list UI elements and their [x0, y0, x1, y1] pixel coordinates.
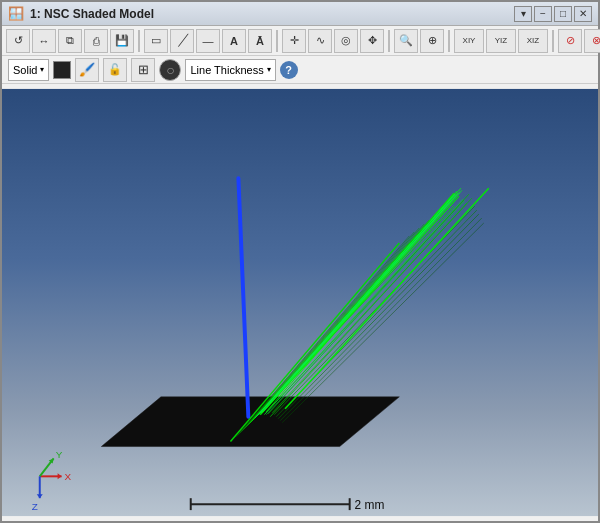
- copy-btn[interactable]: ⧉: [58, 29, 82, 53]
- svg-text:Y: Y: [56, 449, 63, 460]
- wave-btn[interactable]: ∿: [308, 29, 332, 53]
- rect-btn[interactable]: ▭: [144, 29, 168, 53]
- viewport: X Y Z 2 mm: [2, 84, 598, 521]
- close-btn[interactable]: ✕: [574, 6, 592, 22]
- move-btn[interactable]: ✥: [360, 29, 384, 53]
- yiz-btn[interactable]: YIZ: [486, 29, 516, 53]
- window-title: 1: NSC Shaded Model: [30, 7, 154, 21]
- zoom-btn[interactable]: 🔍: [394, 29, 418, 53]
- color-swatch[interactable]: [53, 61, 71, 79]
- window-icon: 🪟: [8, 6, 24, 21]
- solid-arrow: ▾: [40, 65, 44, 74]
- zoom2-btn[interactable]: ⊕: [420, 29, 444, 53]
- sep3: [388, 30, 390, 52]
- sep1: [138, 30, 140, 52]
- cross-btn[interactable]: ✛: [282, 29, 306, 53]
- title-bar: 🪟 1: NSC Shaded Model ▾ − □ ✕: [2, 2, 598, 26]
- dash-btn[interactable]: —: [196, 29, 220, 53]
- toolbar-row1: ↺ ↔ ⧉ ⎙ 💾 ▭ ╱ — A Ā ✛ ∿ ◎ ✥ 🔍 ⊕ XIY YIZ …: [2, 26, 598, 56]
- thickness-dropdown[interactable]: Line Thickness ▾: [185, 59, 275, 81]
- texture-btn[interactable]: 🖌️: [75, 58, 99, 82]
- title-bar-controls: ▾ − □ ✕: [514, 6, 592, 22]
- lock-btn[interactable]: 🔓: [103, 58, 127, 82]
- xiz-btn[interactable]: XIZ: [518, 29, 548, 53]
- svg-rect-0: [2, 89, 598, 516]
- svg-text:Z: Z: [32, 501, 38, 512]
- circle-icon[interactable]: ○: [159, 59, 181, 81]
- rotate-btn[interactable]: ↺: [6, 29, 30, 53]
- no2-btn[interactable]: ⊗: [584, 29, 600, 53]
- sep2: [276, 30, 278, 52]
- viewport-svg: X Y Z 2 mm: [2, 84, 598, 521]
- help-btn[interactable]: ?: [280, 61, 298, 79]
- line-btn[interactable]: ╱: [170, 29, 194, 53]
- grid-btn[interactable]: ⊞: [131, 58, 155, 82]
- solid-dropdown[interactable]: Solid ▾: [8, 59, 49, 81]
- thickness-label: Line Thickness: [190, 64, 263, 76]
- xiy-btn[interactable]: XIY: [454, 29, 484, 53]
- target-btn[interactable]: ◎: [334, 29, 358, 53]
- pan-btn[interactable]: ↔: [32, 29, 56, 53]
- print-btn[interactable]: ⎙: [84, 29, 108, 53]
- text-h-btn[interactable]: Ā: [248, 29, 272, 53]
- no1-btn[interactable]: ⊘: [558, 29, 582, 53]
- save-btn[interactable]: 💾: [110, 29, 134, 53]
- solid-label: Solid: [13, 64, 37, 76]
- sep5: [552, 30, 554, 52]
- sep4: [448, 30, 450, 52]
- minimize-btn[interactable]: −: [534, 6, 552, 22]
- title-bar-left: 🪟 1: NSC Shaded Model: [8, 6, 154, 21]
- thickness-arrow: ▾: [267, 65, 271, 74]
- text-btn[interactable]: A: [222, 29, 246, 53]
- dropdown-btn[interactable]: ▾: [514, 6, 532, 22]
- restore-btn[interactable]: □: [554, 6, 572, 22]
- main-window: 🪟 1: NSC Shaded Model ▾ − □ ✕ ↺ ↔ ⧉ ⎙ 💾 …: [0, 0, 600, 523]
- svg-text:2 mm: 2 mm: [355, 498, 385, 512]
- toolbar-row2: Solid ▾ 🖌️ 🔓 ⊞ ○ Line Thickness ▾ ?: [2, 56, 598, 84]
- svg-text:X: X: [65, 471, 72, 482]
